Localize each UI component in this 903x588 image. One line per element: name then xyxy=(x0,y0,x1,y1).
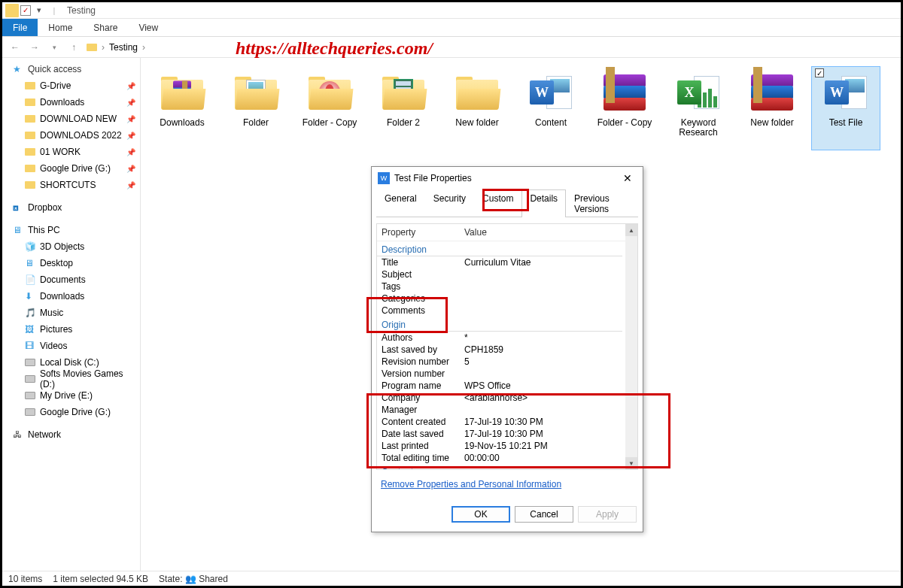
star-icon: ★ xyxy=(13,64,23,74)
selection-check-icon[interactable] xyxy=(815,68,824,77)
sidebar-item[interactable]: Downloads 📌 xyxy=(2,94,140,111)
tab-previous-versions[interactable]: Previous Versions xyxy=(566,189,638,217)
sidebar-item[interactable]: SHORTCUTS 📌 xyxy=(2,177,140,193)
nav-forward-icon[interactable]: → xyxy=(28,41,41,54)
file-item[interactable]: Folder - Copy xyxy=(296,67,363,150)
pin-icon: 📌 xyxy=(126,115,135,123)
sidebar-item[interactable]: ⬇Downloads xyxy=(2,288,140,305)
library-folder-icon: 🖥 xyxy=(25,258,35,268)
status-item-count: 10 items xyxy=(8,574,42,584)
nav-up-icon[interactable]: ↑ xyxy=(67,41,81,54)
sidebar-item[interactable]: 🖥Desktop xyxy=(2,255,140,271)
ribbon-tab-share[interactable]: Share xyxy=(83,19,128,36)
sidebar-item[interactable]: 🎞Videos xyxy=(2,338,140,354)
section-description: Description xyxy=(382,244,427,255)
breadcrumb[interactable]: › Testing › xyxy=(87,42,145,53)
tab-custom[interactable]: Custom xyxy=(474,189,521,217)
remove-properties-link[interactable]: Remove Properties and Personal Informati… xyxy=(376,470,566,493)
prop-manager: Manager xyxy=(382,405,464,415)
val-program[interactable]: WPS Office xyxy=(464,380,621,391)
dropbox-icon: ⧈ xyxy=(13,202,23,213)
tab-security[interactable]: Security xyxy=(425,189,474,217)
scroll-up-icon[interactable]: ▲ xyxy=(625,224,637,236)
sidebar-item[interactable]: 🖼Pictures xyxy=(2,321,140,338)
file-label: New folder xyxy=(750,118,793,128)
val-title[interactable]: Curriculum Vitae xyxy=(464,257,621,268)
nav-recent-icon[interactable]: ▾ xyxy=(47,41,61,54)
sidebar-dropbox[interactable]: ⧈ Dropbox xyxy=(2,199,140,216)
properties-dialog: W Test File Properties ✕ General Securit… xyxy=(371,166,643,532)
scroll-down-icon[interactable]: ▼ xyxy=(625,457,637,469)
file-icon xyxy=(306,70,354,115)
sidebar-item[interactable]: Softs Movies Games (D:) xyxy=(2,371,140,387)
sidebar-item-label: Desktop xyxy=(40,258,73,268)
qat-dropdown-icon[interactable]: ▾ xyxy=(32,4,46,17)
val-editing-time[interactable]: 00:00:00 xyxy=(464,453,621,463)
file-item[interactable]: Folder xyxy=(222,67,290,150)
file-item[interactable]: Downloads xyxy=(148,67,216,150)
val-authors[interactable]: * xyxy=(464,332,621,343)
folder-icon xyxy=(25,115,35,123)
dialog-close-button[interactable]: ✕ xyxy=(619,172,637,184)
sidebar-item-label: Local Disk (C:) xyxy=(40,357,99,368)
properties-listbox[interactable]: ▲ ▼ Property Value Description TitleCurr… xyxy=(376,223,638,470)
file-item[interactable]: Folder - Copy xyxy=(591,67,658,150)
prop-version: Version number xyxy=(382,368,464,379)
navigation-pane: ★ Quick access G-Drive 📌 Downloads 📌 DOW… xyxy=(2,58,141,571)
sidebar-item[interactable]: Google Drive (G:) 📌 xyxy=(2,160,140,177)
breadcrumb-folder-icon xyxy=(87,44,97,51)
sidebar-item[interactable]: 📄Documents xyxy=(2,271,140,288)
qat-checkbox-icon[interactable]: ✓ xyxy=(20,5,31,16)
folder-icon xyxy=(25,99,35,106)
sidebar-item[interactable]: DOWNLOAD NEW 📌 xyxy=(2,111,140,127)
ribbon-tab-home[interactable]: Home xyxy=(38,19,83,36)
sidebar-item[interactable]: 🎵Music xyxy=(2,305,140,321)
file-label: Folder - Copy xyxy=(303,118,357,128)
val-saved[interactable]: 17-Jul-19 10:30 PM xyxy=(464,429,621,439)
breadcrumb-chevron-icon[interactable]: › xyxy=(142,42,145,53)
file-icon: W xyxy=(527,70,575,115)
tab-details[interactable]: Details xyxy=(521,189,566,217)
prop-title: Title xyxy=(382,257,464,268)
sidebar-item[interactable]: 01 WORK 📌 xyxy=(2,144,140,160)
cancel-button[interactable]: Cancel xyxy=(515,506,573,523)
val-company[interactable]: <arabianhorse> xyxy=(464,393,621,403)
apply-button[interactable]: Apply xyxy=(578,506,637,523)
val-revision[interactable]: 5 xyxy=(464,356,621,367)
ok-button[interactable]: OK xyxy=(451,506,510,523)
qat-folder-icon xyxy=(5,4,19,17)
val-last-saved-by[interactable]: CPH1859 xyxy=(464,344,621,355)
val-created[interactable]: 17-Jul-19 10:30 PM xyxy=(464,417,621,427)
sidebar-network[interactable]: 🖧 Network xyxy=(2,426,140,443)
sidebar-quick-access[interactable]: ★ Quick access xyxy=(2,61,140,77)
sidebar-item[interactable]: My Drive (E:) xyxy=(2,387,140,404)
status-bar: 10 items 1 item selected 94.5 KB State: … xyxy=(2,571,901,586)
tab-general[interactable]: General xyxy=(376,189,425,217)
file-item[interactable]: W Content xyxy=(517,67,585,150)
pin-icon: 📌 xyxy=(126,165,135,173)
scrollbar[interactable]: ▲ ▼ xyxy=(625,224,637,469)
val-printed[interactable]: 19-Nov-15 10:21 PM xyxy=(464,441,621,451)
sidebar-this-pc[interactable]: 🖥 This PC xyxy=(2,222,140,238)
ribbon-tab-view[interactable]: View xyxy=(128,19,169,36)
nav-back-icon[interactable]: ← xyxy=(8,41,22,54)
disk-icon xyxy=(25,392,35,399)
breadcrumb-chevron-icon[interactable]: › xyxy=(102,42,105,53)
sidebar-item[interactable]: 🧊3D Objects xyxy=(2,238,140,255)
file-item[interactable]: New folder xyxy=(443,67,511,150)
breadcrumb-folder[interactable]: Testing xyxy=(109,42,138,53)
file-item[interactable]: Folder 2 xyxy=(369,67,437,150)
ribbon-tab-file[interactable]: File xyxy=(2,19,38,36)
file-label: New folder xyxy=(455,118,498,128)
sidebar-item[interactable]: Google Drive (G:) xyxy=(2,404,140,420)
prop-last-saved-by: Last saved by xyxy=(382,344,464,355)
sidebar-item[interactable]: DOWNLOADS 2022 📌 xyxy=(2,127,140,144)
pin-icon: 📌 xyxy=(126,99,135,107)
disk-icon xyxy=(25,359,35,366)
file-label: Folder 2 xyxy=(387,118,420,128)
sidebar-item[interactable]: G-Drive 📌 xyxy=(2,77,140,94)
file-item[interactable]: New folder xyxy=(738,67,806,150)
library-folder-icon: 🖼 xyxy=(25,324,35,335)
file-item[interactable]: W Test File xyxy=(812,67,880,150)
file-item[interactable]: X Keyword Research xyxy=(664,67,732,150)
